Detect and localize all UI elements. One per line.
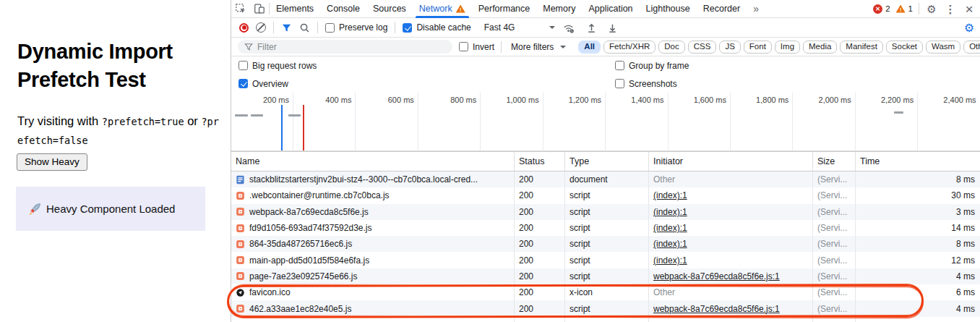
warning-count-badge[interactable]: ! 1 bbox=[896, 4, 913, 13]
column-header-size[interactable]: Size bbox=[813, 152, 856, 171]
time-cell: 14 ms bbox=[856, 220, 980, 236]
throttling-select[interactable]: Fast 4G bbox=[484, 22, 555, 33]
preserve-log-checkbox[interactable]: Preserve log bbox=[325, 22, 387, 33]
initiator-link[interactable]: webpack-8a7c69ecda8c5f6e.js:1 bbox=[653, 271, 780, 281]
export-har-icon[interactable] bbox=[607, 22, 618, 33]
status-cell: 200 bbox=[515, 204, 565, 220]
timeline-tick-label: 800 ms bbox=[424, 96, 476, 104]
chip-js[interactable]: JS bbox=[719, 41, 740, 54]
script-icon bbox=[236, 240, 245, 249]
time-cell: 30 ms bbox=[856, 187, 980, 203]
request-row-462-a33aae1ec82e40e5-js[interactable]: 462.a33aae1ec82e40e5.js200scriptwebpack-… bbox=[231, 300, 980, 316]
chip-media[interactable]: Media bbox=[803, 41, 837, 54]
option-overview[interactable]: Overview bbox=[238, 79, 615, 89]
tab-console[interactable]: Console bbox=[320, 0, 366, 18]
request-row-stackblitzstarterstjnv2bui-stz[interactable]: stackblitzstarterstjnv2bui-stz4--3000--c… bbox=[231, 171, 980, 187]
column-header-type[interactable]: Type bbox=[565, 152, 649, 171]
type-cell: x-icon bbox=[565, 284, 649, 300]
tab-elements[interactable]: Elements bbox=[270, 0, 320, 18]
chip-wasm[interactable]: Wasm bbox=[926, 41, 960, 54]
option-group-by-frame[interactable]: Group by frame bbox=[615, 61, 980, 71]
tab-memory[interactable]: Memory bbox=[536, 0, 582, 18]
chip-all[interactable]: All bbox=[578, 41, 601, 54]
show-heavy-button[interactable]: Show Heavy bbox=[17, 153, 87, 171]
network-settings-gear-icon[interactable] bbox=[964, 21, 974, 35]
initiator-link[interactable]: (index):1 bbox=[653, 255, 687, 266]
tab-performance[interactable]: Performance bbox=[472, 0, 537, 18]
initiator-link[interactable]: (index):1 bbox=[653, 190, 687, 200]
invert-checkbox[interactable]: Invert bbox=[459, 42, 494, 52]
column-header-status[interactable]: Status bbox=[515, 152, 565, 171]
more-filters-button[interactable]: More filters bbox=[511, 42, 566, 52]
filter-toggle-icon[interactable] bbox=[281, 22, 292, 33]
tab-application[interactable]: Application bbox=[582, 0, 639, 18]
chip-css[interactable]: CSS bbox=[688, 41, 717, 54]
close-devtools-icon[interactable] bbox=[963, 2, 976, 16]
network-toolbar: Preserve log Disable cache Fast 4G bbox=[231, 18, 980, 38]
error-count-badge[interactable]: 2 bbox=[873, 4, 890, 14]
request-type-chips: AllFetch/XHRDocCSSJSFontImgMediaManifest… bbox=[578, 41, 980, 54]
timeline-gridline bbox=[917, 93, 918, 151]
tab-lighthouse[interactable]: Lighthouse bbox=[640, 0, 697, 18]
more-options-icon[interactable] bbox=[944, 4, 957, 14]
device-toolbar-icon[interactable] bbox=[250, 0, 269, 17]
chip-font[interactable]: Font bbox=[744, 41, 772, 54]
disable-cache-checkbox[interactable]: Disable cache bbox=[403, 22, 470, 33]
initiator-cell: (index):1 bbox=[649, 220, 813, 236]
chip-doc[interactable]: Doc bbox=[658, 41, 684, 54]
tab-network[interactable]: Network! bbox=[413, 0, 472, 18]
search-icon[interactable] bbox=[299, 22, 310, 33]
request-row-webpack-8a7c69ecda8c5f6e-js[interactable]: webpack-8a7c69ecda8c5f6e.js200script(ind… bbox=[231, 204, 980, 220]
tab-sources[interactable]: Sources bbox=[366, 0, 413, 18]
script-icon bbox=[236, 304, 245, 313]
timeline-gridline bbox=[792, 93, 793, 151]
size-cell: (Servi... bbox=[813, 220, 856, 236]
option-big-request-rows[interactable]: Big request rows bbox=[238, 61, 615, 71]
record-network-log-button[interactable] bbox=[239, 23, 249, 33]
option-screenshots[interactable]: Screenshots bbox=[615, 79, 980, 89]
request-row-favicon-ico[interactable]: favicon.ico200x-iconOther(Servi...6 ms bbox=[231, 284, 980, 300]
import-har-icon[interactable] bbox=[586, 22, 597, 33]
chip-img[interactable]: Img bbox=[775, 41, 800, 54]
request-row-864-35da487265716ec6-js[interactable]: 864-35da487265716ec6.js200script(index):… bbox=[231, 236, 980, 252]
clear-network-log-icon[interactable] bbox=[256, 22, 266, 33]
settings-gear-icon[interactable] bbox=[925, 4, 938, 14]
column-header-name[interactable]: Name bbox=[231, 152, 515, 171]
request-row-page-7ae23e0925745e66-js[interactable]: page-7ae23e0925745e66.js200scriptwebpack… bbox=[231, 268, 980, 284]
overview-strip[interactable]: 200 ms400 ms600 ms800 ms1,000 ms1,200 ms… bbox=[231, 93, 980, 151]
script-icon bbox=[236, 255, 245, 265]
filter-input[interactable]: Filter bbox=[238, 40, 452, 54]
request-row-main-app-dd5d01d5f584e6fa-js[interactable]: main-app-dd5d01d5f584e6fa.js200script(in… bbox=[231, 252, 980, 268]
column-header-initiator[interactable]: Initiator bbox=[649, 152, 813, 171]
page-title: Dynamic Import Prefetch Test bbox=[17, 38, 214, 94]
chip-fetch-xhr[interactable]: Fetch/XHR bbox=[603, 41, 656, 54]
throttling-value: Fast 4G bbox=[484, 22, 546, 33]
network-conditions-icon[interactable] bbox=[562, 22, 575, 34]
network-filter-row: Filter Invert More filters AllFetch/XHRD… bbox=[231, 38, 980, 56]
warning-count: 1 bbox=[908, 4, 913, 13]
request-row--webcontainer-runtime-cb7c0bca[interactable]: .webcontainer@runtime.cb7c0bca.js200scri… bbox=[231, 187, 980, 203]
chip-other[interactable]: Other bbox=[963, 41, 980, 54]
warning-icon: ! bbox=[896, 5, 906, 13]
initiator-link[interactable]: (index):1 bbox=[653, 239, 687, 249]
timeline-tick-label: 2,200 ms bbox=[861, 96, 914, 104]
initiator-cell: Other bbox=[649, 284, 813, 300]
divider bbox=[317, 22, 318, 33]
chip-manifest[interactable]: Manifest bbox=[840, 41, 882, 54]
initiator-link[interactable]: webpack-8a7c69ecda8c5f6e.js:1 bbox=[653, 304, 780, 314]
time-cell: 3 ms bbox=[856, 204, 980, 220]
heavy-component-banner: Heavy Component Loaded bbox=[16, 187, 205, 231]
inspect-element-icon[interactable] bbox=[231, 0, 250, 17]
chip-socket[interactable]: Socket bbox=[886, 41, 923, 54]
devtools-tabs: ElementsConsoleSourcesNetwork!Performanc… bbox=[270, 0, 747, 18]
more-tabs-button[interactable]: » bbox=[747, 0, 765, 18]
tab-recorder[interactable]: Recorder bbox=[697, 0, 747, 18]
size-cell: (Servi... bbox=[813, 284, 856, 300]
column-header-time[interactable]: Time bbox=[856, 152, 980, 171]
initiator-link[interactable]: (index):1 bbox=[653, 223, 687, 233]
timeline-tick-label: 200 ms bbox=[237, 96, 289, 104]
request-name: main-app-dd5d01d5f584e6fa.js bbox=[249, 255, 369, 266]
time-cell: 4 ms bbox=[856, 300, 980, 316]
request-row-fd9d1056-693ad74f37592d3e-js[interactable]: fd9d1056-693ad74f37592d3e.js200script(in… bbox=[231, 220, 980, 236]
initiator-link[interactable]: (index):1 bbox=[653, 207, 687, 217]
